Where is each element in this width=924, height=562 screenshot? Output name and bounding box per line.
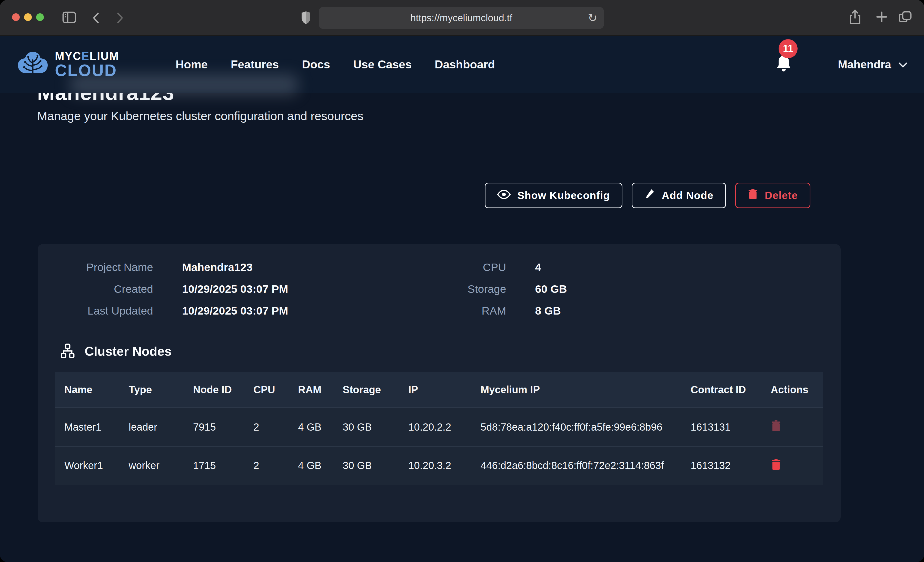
cell-node-id: 1715 [184, 446, 244, 485]
user-menu[interactable]: Mahendra [838, 58, 908, 71]
cell-type: worker [120, 446, 184, 485]
cloud-logo-icon [16, 50, 50, 79]
nav-links: Home Features Docs Use Cases Dashboard [176, 58, 495, 71]
eye-icon [497, 190, 511, 202]
table-row: Worker1 worker 1715 2 4 GB 30 GB 10.20.3… [55, 446, 823, 485]
delete-node-icon[interactable] [771, 461, 782, 472]
cell-ip: 10.20.3.2 [399, 446, 471, 485]
cell-cpu: 2 [244, 408, 289, 446]
cell-ram: 4 GB [289, 446, 333, 485]
cell-type: leader [120, 408, 184, 446]
nav-link-docs[interactable]: Docs [302, 58, 330, 71]
cell-cpu: 2 [244, 446, 289, 485]
chevron-down-icon [898, 58, 908, 71]
address-bar[interactable]: https://myceliumcloud.tf ↻ [319, 7, 604, 29]
detail-label: Last Updated [38, 305, 153, 317]
pencil-icon [644, 188, 655, 203]
detail-value: 4 [535, 261, 542, 274]
share-icon[interactable] [848, 9, 862, 25]
browser-window: https://myceliumcloud.tf ↻ [0, 0, 924, 562]
privacy-shield-icon[interactable] [300, 10, 312, 25]
bell-icon [774, 70, 793, 75]
col-header-actions: Actions [761, 372, 823, 408]
detail-value: 8 GB [535, 305, 561, 317]
col-header-contract-id: Contract ID [681, 372, 761, 408]
details-right: CPU4 Storage60 GB RAM8 GB [417, 261, 567, 326]
cell-node-id: 7915 [184, 408, 244, 446]
cluster-details-card: Project NameMahendra123 Created10/29/202… [38, 244, 841, 522]
detail-label: Created [38, 283, 153, 295]
trash-icon [748, 188, 758, 203]
nav-link-dashboard[interactable]: Dashboard [435, 58, 495, 71]
close-window-button[interactable] [12, 13, 20, 21]
nav-link-features[interactable]: Features [231, 58, 279, 71]
col-header-type: Type [120, 372, 184, 408]
details-left: Project NameMahendra123 Created10/29/202… [38, 261, 288, 326]
url-text: https://myceliumcloud.tf [410, 13, 512, 24]
cell-ram: 4 GB [289, 408, 333, 446]
forward-icon[interactable] [113, 11, 126, 25]
delete-cluster-button[interactable]: Delete [735, 182, 810, 208]
browser-toolbar: https://myceliumcloud.tf ↻ [0, 0, 924, 36]
cell-mycelium-ip: 5d8:78ea:a120:f40c:ff0f:a5fe:99e6:8b96 [471, 408, 681, 446]
details-grid: Project NameMahendra123 Created10/29/202… [38, 244, 841, 326]
page-subtitle: Manage your Kubernetes cluster configura… [37, 109, 363, 123]
network-icon [60, 343, 76, 360]
detail-label: Storage [417, 283, 506, 295]
cell-contract-id: 1613132 [681, 446, 761, 485]
sidebar-toggle-icon[interactable] [62, 11, 76, 24]
cell-contract-id: 1613131 [681, 408, 761, 446]
tab-overview-icon[interactable] [898, 10, 912, 24]
detail-value: 10/29/2025 03:07 PM [182, 305, 288, 317]
cell-storage: 30 GB [333, 446, 399, 485]
navbar-right: 11 Mahendra [774, 54, 908, 75]
detail-value: 10/29/2025 03:07 PM [182, 283, 288, 295]
cell-name: Master1 [55, 408, 120, 446]
cell-storage: 30 GB [333, 408, 399, 446]
minimize-window-button[interactable] [24, 13, 32, 21]
col-header-ram: RAM [289, 372, 333, 408]
new-tab-icon[interactable] [875, 10, 888, 24]
table-header-row: Name Type Node ID CPU RAM Storage IP Myc… [55, 372, 823, 408]
cluster-nodes-heading: Cluster Nodes [60, 343, 841, 360]
cell-ip: 10.20.2.2 [399, 408, 471, 446]
nav-link-home[interactable]: Home [176, 58, 208, 71]
back-icon[interactable] [90, 11, 103, 25]
cell-mycelium-ip: 446:d2a6:8bcd:8c16:ff0f:72e2:3114:863f [471, 446, 681, 485]
nav-link-use-cases[interactable]: Use Cases [353, 58, 412, 71]
col-header-node-id: Node ID [184, 372, 244, 408]
notification-badge: 11 [778, 39, 798, 58]
col-header-name: Name [55, 372, 120, 408]
col-header-cpu: CPU [244, 372, 289, 408]
cluster-nodes-table: Name Type Node ID CPU RAM Storage IP Myc… [55, 372, 823, 485]
col-header-ip: IP [399, 372, 471, 408]
blurred-region [70, 74, 298, 95]
detail-label: RAM [417, 305, 506, 317]
detail-label: CPU [417, 261, 506, 274]
table-row: Master1 leader 7915 2 4 GB 30 GB 10.20.2… [55, 408, 823, 446]
detail-label: Project Name [38, 261, 153, 274]
page-content: Mahendra123 Manage your Kubernetes clust… [0, 93, 924, 562]
user-name: Mahendra [838, 58, 891, 71]
add-node-button[interactable]: Add Node [632, 182, 726, 208]
zoom-window-button[interactable] [36, 13, 44, 21]
reload-icon[interactable]: ↻ [588, 11, 597, 24]
delete-node-icon[interactable] [771, 423, 782, 434]
notifications-button[interactable]: 11 [774, 54, 793, 75]
detail-value: Mahendra123 [182, 261, 253, 274]
cluster-actions: Show Kubeconfig Add Node Delete [485, 182, 810, 208]
col-header-mycelium-ip: Mycelium IP [471, 372, 681, 408]
detail-value: 60 GB [535, 283, 567, 295]
col-header-storage: Storage [333, 372, 399, 408]
show-kubeconfig-button[interactable]: Show Kubeconfig [485, 182, 622, 208]
cell-name: Worker1 [55, 446, 120, 485]
traffic-lights [12, 13, 44, 21]
brand-line1: MYCELIUM [55, 51, 119, 62]
